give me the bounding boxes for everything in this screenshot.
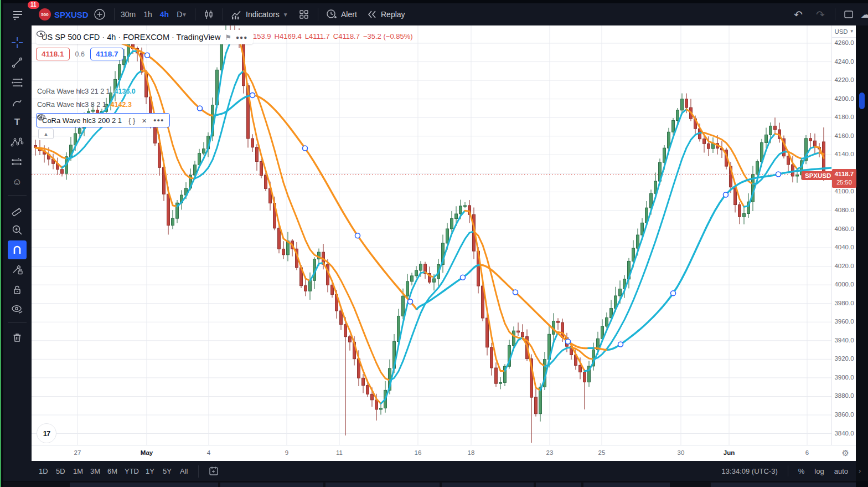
indicator-selection-handle[interactable] bbox=[250, 93, 255, 98]
chart-canvas[interactable]: US SP 500 CFD · 4h · FOREXCOM · TradingV… bbox=[32, 25, 831, 445]
settings-gear-icon[interactable] bbox=[37, 114, 45, 122]
tool-brush-button[interactable] bbox=[8, 93, 27, 112]
cloud-save-button[interactable]: ☁ bbox=[861, 3, 868, 25]
interval-dropdown-arrow[interactable]: ▼ bbox=[182, 3, 187, 25]
tool-fib-retracement-button[interactable] bbox=[8, 73, 27, 92]
indicator-legend-row[interactable]: CoRa Wave hlc3 8 2 14142.3 bbox=[37, 101, 132, 109]
more-icon[interactable]: ●●● bbox=[153, 117, 164, 123]
indicator-selection-handle[interactable] bbox=[671, 291, 676, 296]
compare-add-symbol-button[interactable] bbox=[94, 3, 106, 25]
time-tick: May bbox=[141, 449, 153, 456]
source-code-icon[interactable]: { } bbox=[128, 116, 135, 125]
tool-lock-all-button[interactable] bbox=[8, 280, 27, 299]
ask-price[interactable]: 4118.7 bbox=[90, 48, 124, 60]
tradingview-app: 11 500 SPXUSD 30m1h4hD ▼ bbox=[0, 0, 868, 487]
indicator-selection-handle[interactable] bbox=[461, 275, 466, 280]
open-panel-chevron[interactable]: › bbox=[859, 467, 861, 475]
indicator-selection-handle[interactable] bbox=[198, 106, 203, 111]
price-axis[interactable]: USD▼ 4260.04240.04220.04200.04180.04160.… bbox=[831, 25, 856, 445]
time-tick: 25 bbox=[598, 449, 606, 456]
close-icon[interactable]: × bbox=[142, 116, 147, 125]
indicator-name: CoRa Wave hlc3 8 2 1 bbox=[37, 101, 106, 109]
price-tick: 4200.0 bbox=[832, 95, 856, 102]
scale-button-log[interactable]: log bbox=[814, 467, 824, 475]
axis-settings-gear-icon[interactable]: ⚙ bbox=[842, 448, 849, 458]
magnet-icon bbox=[11, 244, 23, 256]
time-tick: 30 bbox=[678, 449, 685, 456]
toolbar-divider bbox=[114, 8, 115, 20]
indicator-selection-handle[interactable] bbox=[355, 233, 360, 238]
tool-zoom-in-button[interactable] bbox=[8, 221, 27, 239]
selected-indicator-toolbar[interactable]: CoRa Wave hlc3 200 2 1 { } × ●●● bbox=[36, 113, 170, 127]
range-button-all[interactable]: All bbox=[180, 461, 188, 481]
brush-icon bbox=[11, 96, 23, 109]
price-tick: 4260.0 bbox=[832, 39, 856, 46]
trend-line-icon bbox=[11, 57, 23, 69]
collapse-legend-button[interactable]: ▲ bbox=[38, 129, 54, 139]
tool-crosshair-button[interactable] bbox=[8, 33, 27, 52]
tool-text-button[interactable]: T bbox=[8, 113, 27, 132]
go-to-date-button[interactable] bbox=[208, 461, 219, 481]
bid-price[interactable]: 4118.1 bbox=[36, 48, 70, 60]
indicator-selection-handle[interactable] bbox=[408, 299, 413, 304]
price-tick: 4020.0 bbox=[832, 263, 856, 269]
indicator-selection-handle[interactable] bbox=[145, 53, 150, 58]
range-button-ytd[interactable]: YTD bbox=[125, 461, 139, 481]
indicators-button[interactable]: Indicators ▼ bbox=[230, 3, 288, 25]
tool-ruler-button[interactable] bbox=[8, 201, 27, 219]
time-axis[interactable]: 27May49111618232530Jun6 ⚙ bbox=[32, 445, 856, 462]
toolbar-divider bbox=[318, 8, 318, 20]
symbol-button[interactable]: 500 SPXUSD bbox=[39, 3, 89, 25]
top-toolbar: 11 500 SPXUSD 30m1h4hD ▼ bbox=[3, 3, 868, 25]
screen-icon bbox=[845, 11, 852, 18]
layout-templates-button[interactable] bbox=[298, 3, 310, 25]
interval-button-30m[interactable]: 30m bbox=[121, 10, 136, 19]
interval-group: 30m1h4hD bbox=[121, 3, 182, 25]
indicator-selection-handle[interactable] bbox=[618, 342, 623, 347]
redo-button[interactable]: ↷ bbox=[816, 3, 825, 25]
eye-icon[interactable] bbox=[36, 30, 46, 38]
scale-button-%[interactable]: % bbox=[798, 467, 805, 475]
tool-projection-button[interactable] bbox=[8, 153, 27, 172]
tool-xabcd-pattern-button[interactable] bbox=[8, 133, 27, 152]
main-menu-button[interactable]: 11 bbox=[11, 3, 24, 25]
range-button-1m[interactable]: 1M bbox=[73, 461, 83, 481]
scale-button-auto[interactable]: auto bbox=[834, 467, 848, 475]
bottom-toolbar: 1D5D1M3M6MYTD1Y5YAll 13:34:09 (UTC-3) %l… bbox=[3, 461, 856, 481]
currency-selector[interactable]: USD▼ bbox=[832, 25, 856, 38]
indicator-selection-handle[interactable] bbox=[724, 192, 728, 197]
fullscreen-button[interactable] bbox=[843, 3, 855, 25]
tradingview-logo[interactable]: 17 bbox=[37, 423, 56, 443]
range-button-6m[interactable]: 6M bbox=[107, 461, 117, 481]
indicator-selection-handle[interactable] bbox=[303, 146, 308, 151]
indicators-label: Indicators bbox=[246, 10, 280, 19]
symbol-legend[interactable]: US SP 500 CFD · 4h · FOREXCOM · TradingV… bbox=[36, 30, 253, 44]
tool-trash-button[interactable] bbox=[8, 328, 27, 347]
scroll-indicator[interactable] bbox=[859, 93, 865, 109]
chart-style-button[interactable] bbox=[203, 3, 215, 25]
more-icon[interactable]: ●●● bbox=[236, 34, 247, 40]
indicator-legend-row[interactable]: CoRa Wave hlc3 21 2 14136.0 bbox=[37, 88, 136, 95]
replay-button[interactable]: Replay bbox=[366, 3, 405, 25]
tool-emoji-button[interactable]: ☺ bbox=[8, 173, 27, 192]
tool-hide-drawings-button[interactable] bbox=[8, 300, 27, 319]
range-button-5d[interactable]: 5D bbox=[56, 461, 65, 481]
undo-button[interactable]: ↶ bbox=[794, 3, 803, 25]
tool-drawing-lock-button[interactable] bbox=[8, 260, 27, 279]
range-button-1y[interactable]: 1Y bbox=[146, 461, 154, 481]
interval-button-1h[interactable]: 1h bbox=[143, 10, 152, 19]
interval-button-4h[interactable]: 4h bbox=[160, 10, 169, 19]
range-button-5y[interactable]: 5Y bbox=[163, 461, 172, 481]
price-tick: 4160.0 bbox=[832, 132, 856, 139]
indicator-selection-handle[interactable] bbox=[566, 339, 571, 344]
alert-button[interactable]: Alert bbox=[326, 3, 357, 25]
indicator-selection-handle[interactable] bbox=[776, 172, 781, 177]
tool-magnet-button[interactable] bbox=[8, 240, 27, 259]
range-button-1d[interactable]: 1D bbox=[39, 461, 48, 481]
indicator-selection-handle[interactable] bbox=[513, 290, 518, 295]
flag-icon[interactable]: ⚑ bbox=[225, 33, 231, 42]
crosshair-icon bbox=[11, 37, 23, 49]
clock[interactable]: 13:34:09 (UTC-3) bbox=[722, 467, 778, 475]
range-button-3m[interactable]: 3M bbox=[90, 461, 100, 481]
tool-trend-line-button[interactable] bbox=[8, 53, 27, 72]
